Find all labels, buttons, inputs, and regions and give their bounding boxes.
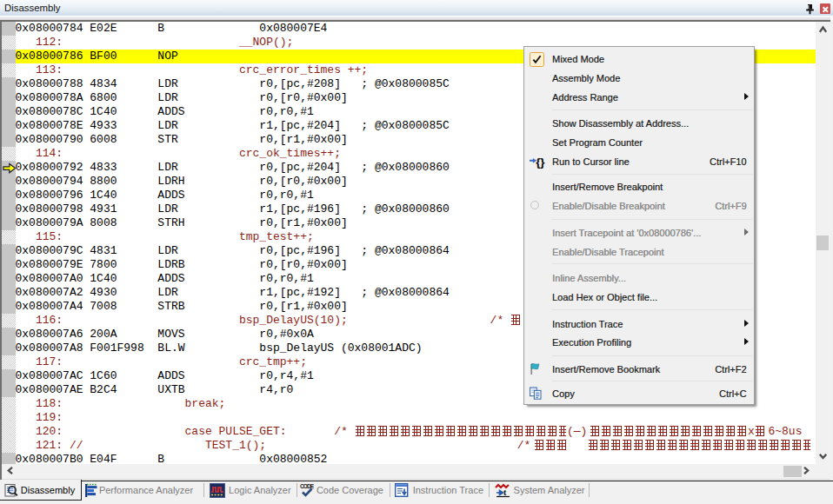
- svg-text:t: t: [503, 487, 507, 497]
- svg-text:CODE: CODE: [300, 483, 315, 489]
- svg-text:{}: {}: [536, 156, 544, 169]
